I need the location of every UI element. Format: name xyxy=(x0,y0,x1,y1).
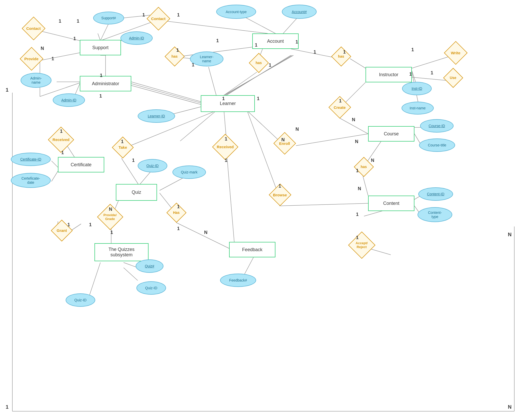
card-22: 1 xyxy=(61,150,64,155)
support-num-attr: Support# xyxy=(93,12,124,24)
card-29: 1 xyxy=(339,98,342,104)
instructor-entity: Instructor xyxy=(366,67,412,82)
support-entity: Support xyxy=(80,40,121,55)
svg-line-2 xyxy=(166,21,268,33)
inst-name-attr: Inst-name xyxy=(402,102,434,115)
card-12: 1 xyxy=(269,63,271,68)
card-11: 1 xyxy=(255,42,257,48)
admin-id-attr1: Admin-ID xyxy=(120,31,153,45)
card-19: 1 xyxy=(100,73,102,78)
card-9: 1 xyxy=(192,62,194,68)
card-37: 1 xyxy=(356,212,359,217)
learner-entity: Learner xyxy=(201,95,255,112)
contact2-relationship: Contact xyxy=(145,8,171,29)
card-32: 1 xyxy=(110,230,113,235)
feedback-num-attr: Feedback# xyxy=(220,274,256,287)
card-10: 1 xyxy=(216,38,219,43)
card-n5: N xyxy=(371,158,374,163)
card-N-bottom: N xyxy=(508,404,511,410)
svg-line-11 xyxy=(224,72,257,95)
card-n1: N xyxy=(281,137,285,143)
provide-relationship: Provide xyxy=(19,48,44,69)
svg-line-30 xyxy=(208,67,216,95)
quizzes-subsystem-entity: The Quizzes subsystem xyxy=(94,243,149,261)
card-15: 1 xyxy=(343,49,346,55)
card-n7: N xyxy=(109,207,112,212)
admin-name-attr: Admin- name xyxy=(21,73,51,88)
svg-line-34 xyxy=(51,171,58,181)
card-26: 1 xyxy=(225,158,227,163)
has2-relationship: has xyxy=(248,54,269,72)
has5-relationship: Has xyxy=(166,204,187,221)
inst-id-attr: Inst-ID xyxy=(402,82,432,95)
content-entity: Content xyxy=(368,196,414,211)
card-14: 1 xyxy=(314,49,316,55)
course-id-attr: Course-ID xyxy=(420,119,454,133)
card-38: 1 xyxy=(356,235,359,240)
course-entity: Course xyxy=(368,126,414,142)
card-1-left-bottom: 1 xyxy=(6,404,8,410)
svg-line-26 xyxy=(131,82,201,102)
enroll-relationship: Enroll xyxy=(272,133,297,153)
svg-line-27 xyxy=(131,84,201,103)
card-n8: N xyxy=(204,230,207,235)
svg-line-51 xyxy=(247,111,279,197)
card-2: 1 xyxy=(77,19,79,24)
card-35: 1 xyxy=(67,222,70,227)
svg-line-33 xyxy=(51,161,58,167)
card-3: N xyxy=(41,46,44,51)
account-entity: Account xyxy=(252,33,299,49)
administrator-entity: Administrator xyxy=(80,76,131,91)
card-33: 1 xyxy=(177,204,180,209)
card-24: 1 xyxy=(132,158,135,163)
card-23: 1 xyxy=(121,139,124,144)
quiz-id-sub1-attr: Quiz-ID xyxy=(136,281,166,295)
content-id-attr: Content-ID xyxy=(418,187,453,201)
svg-line-31 xyxy=(180,111,216,141)
card-n2: N xyxy=(296,127,299,132)
quiz-id-attr: Quiz-ID xyxy=(138,159,167,172)
admin-id-attr2: Admin-ID xyxy=(53,93,85,107)
svg-line-19 xyxy=(40,53,80,60)
card-36: 1 xyxy=(89,222,92,227)
quiz-num-attr: Quiz# xyxy=(136,259,163,273)
accept-reject-relationship: Accept/ Reject xyxy=(347,234,376,256)
card-8: 1 xyxy=(176,48,179,53)
card-n6: N xyxy=(358,186,361,191)
card-5: 1 xyxy=(73,36,76,41)
card-21: 1 xyxy=(60,129,63,134)
card-18: 1 xyxy=(409,72,412,77)
card-6: 1 xyxy=(142,12,145,18)
svg-line-5 xyxy=(98,33,100,41)
svg-line-28 xyxy=(131,85,201,104)
has1-relationship: has xyxy=(164,48,185,65)
svg-line-13 xyxy=(350,59,366,68)
svg-line-36 xyxy=(121,158,139,185)
certificate-id-attr: Certificate-ID xyxy=(11,153,51,166)
quiz-id-sub2-attr: Quiz-ID xyxy=(66,293,95,307)
write-relationship: Write xyxy=(443,42,468,63)
certificate-date-attr: Certeficate- date xyxy=(11,173,51,188)
card-n4: N xyxy=(355,139,358,144)
svg-line-48 xyxy=(363,176,368,196)
certificate-entity: Certificate xyxy=(58,157,104,172)
quiz-mark-attr: Quiz-mark xyxy=(172,165,206,179)
card-1: 1 xyxy=(59,19,61,24)
account-num-attr: Account# xyxy=(282,5,317,19)
card-17: 1 xyxy=(431,70,433,76)
account-type-attr: Account-type xyxy=(216,5,256,19)
svg-line-40 xyxy=(227,157,234,242)
card-34: 1 xyxy=(177,226,180,231)
card-n3: N xyxy=(352,117,355,122)
learner-id-attr: Learner-ID xyxy=(138,109,175,123)
card-4: 1 xyxy=(51,56,54,62)
quiz-entity: Quiz xyxy=(116,184,157,201)
svg-line-52 xyxy=(279,203,368,206)
card-7: 1 xyxy=(177,12,180,18)
feedback-entity: Feedback xyxy=(229,242,275,257)
svg-line-56 xyxy=(176,223,232,250)
svg-line-59 xyxy=(124,268,138,281)
card-20: 1 xyxy=(99,93,102,99)
contact1-relationship: Contact xyxy=(21,18,46,39)
use-relationship: Use xyxy=(443,69,463,86)
